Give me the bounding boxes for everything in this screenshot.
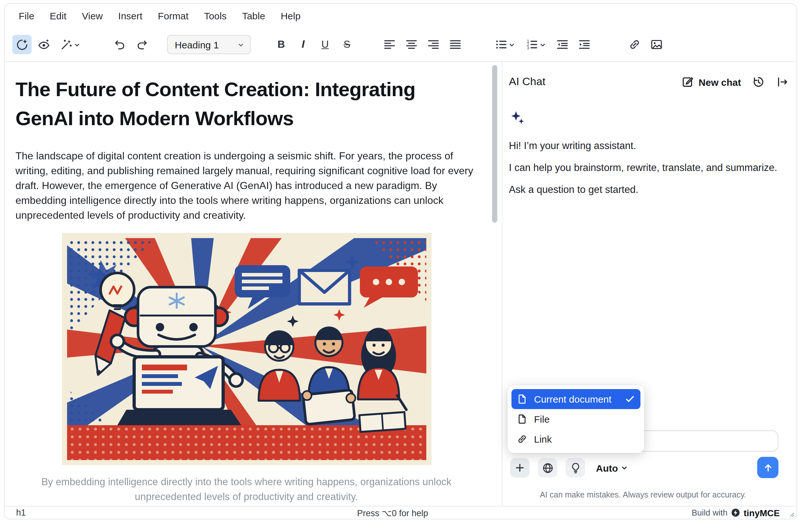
document-icon <box>517 394 527 405</box>
assistant-message: Hi! I’m your writing assistant. <box>509 139 780 152</box>
menu-item-current-document[interactable]: Current document <box>512 389 641 409</box>
tinymce-app-window: File Edit View Insert Format Tools Table… <box>4 3 797 519</box>
link-icon <box>628 38 641 51</box>
align-left-button[interactable] <box>380 35 399 54</box>
indent-button[interactable] <box>575 35 594 54</box>
new-chat-button[interactable]: New chat <box>681 76 741 88</box>
collapse-sidebar-button[interactable] <box>776 76 789 88</box>
chat-history-button[interactable] <box>752 76 765 88</box>
menu-table[interactable]: Table <box>234 8 273 24</box>
link-icon <box>517 434 527 445</box>
menu-help[interactable]: Help <box>273 8 308 24</box>
branding-prefix: Build with <box>692 508 728 518</box>
align-justify-icon <box>449 38 462 51</box>
chevron-down-icon <box>538 40 547 49</box>
editor-header: File Edit View Insert Format Tools Table… <box>4 4 796 62</box>
resize-handle-icon[interactable] <box>786 508 795 518</box>
align-center-button[interactable] <box>402 35 421 54</box>
menu-bar: File Edit View Insert Format Tools Table… <box>4 4 796 28</box>
format-select[interactable]: Heading 1 <box>167 35 251 54</box>
bullet-list-dropdown-button[interactable] <box>491 35 519 54</box>
model-selector-value: Auto <box>596 462 618 473</box>
menu-view[interactable]: View <box>74 8 111 24</box>
new-chat-icon <box>681 76 694 88</box>
menu-format[interactable]: Format <box>150 8 196 24</box>
globe-icon <box>541 462 554 474</box>
menu-item-link[interactable]: Link <box>512 429 641 449</box>
editor-canvas[interactable]: The Future of Content Creation: Integrat… <box>4 62 502 507</box>
ai-chat-panel: AI Chat New chat <box>502 62 797 507</box>
bullet-list-icon <box>494 38 507 51</box>
document-paragraph: The landscape of digital content creatio… <box>16 148 477 223</box>
undo-button[interactable] <box>110 35 130 54</box>
chevron-down-icon <box>621 464 628 472</box>
undo-icon <box>113 38 126 51</box>
align-justify-button[interactable] <box>446 35 465 54</box>
menu-item-label: Current document <box>534 394 611 405</box>
model-selector[interactable]: Auto <box>596 462 628 473</box>
collapse-right-icon <box>776 76 789 88</box>
branding-link[interactable]: Build with tinyMCE <box>692 507 780 518</box>
outdent-button[interactable] <box>553 35 572 54</box>
menu-tools[interactable]: Tools <box>196 8 234 24</box>
tinymce-logo <box>731 508 741 518</box>
numbered-list-dropdown-button[interactable]: 1 2 3 <box>522 35 550 54</box>
ai-review-button[interactable] <box>34 35 54 54</box>
suggestions-button[interactable] <box>566 458 585 478</box>
strikethrough-icon: S <box>343 39 350 50</box>
align-left-icon <box>383 38 396 51</box>
check-icon <box>624 394 635 405</box>
align-center-icon <box>405 38 418 51</box>
format-select-value: Heading 1 <box>175 39 219 50</box>
underline-button[interactable]: U <box>315 35 335 54</box>
numbered-list-icon: 1 2 3 <box>525 38 538 51</box>
menu-item-label: File <box>534 414 549 425</box>
indent-icon <box>578 38 591 51</box>
branding-name: tinyMCE <box>744 507 780 518</box>
magic-wand-icon <box>60 38 72 51</box>
menu-item-label: Link <box>534 434 552 445</box>
plus-icon <box>514 462 526 474</box>
new-chat-label: New chat <box>699 77 741 87</box>
ai-disclaimer: AI can make mistakes. Always review outp… <box>507 490 778 499</box>
ai-chat-title: AI Chat <box>509 76 545 88</box>
align-right-icon <box>427 38 440 51</box>
web-search-button[interactable] <box>538 458 557 478</box>
send-button[interactable] <box>757 457 778 478</box>
menu-file[interactable]: File <box>11 8 42 24</box>
ai-assistant-button[interactable] <box>12 35 32 54</box>
context-attach-menu: Current document File <box>507 385 644 453</box>
ai-sparkle-circle-icon <box>16 38 28 51</box>
editor-scrollbar-thumb[interactable] <box>492 65 497 223</box>
menu-insert[interactable]: Insert <box>111 8 150 24</box>
chevron-down-icon <box>72 40 81 49</box>
outdent-icon <box>556 38 569 51</box>
insert-image-button[interactable] <box>647 35 666 54</box>
eye-sparkle-icon <box>37 38 50 51</box>
document-heading: The Future of Content Creation: Integrat… <box>16 75 477 133</box>
align-right-button[interactable] <box>424 35 443 54</box>
attach-button[interactable] <box>510 458 529 478</box>
menu-item-file[interactable]: File <box>512 409 641 429</box>
image-icon <box>650 38 663 51</box>
bold-button[interactable]: B <box>272 35 291 54</box>
menu-edit[interactable]: Edit <box>42 8 74 24</box>
italic-button[interactable]: I <box>293 35 313 54</box>
assistant-message: Ask a question to get started. <box>509 183 780 196</box>
insert-link-button[interactable] <box>625 35 644 54</box>
chat-input-toolbar: Auto <box>510 458 628 478</box>
file-icon <box>517 414 527 425</box>
content-image[interactable] <box>62 233 431 465</box>
screen: File Edit View Insert Format Tools Table… <box>0 0 812 522</box>
ai-sparkles-icon <box>509 110 791 128</box>
redo-button[interactable] <box>132 35 151 54</box>
underline-icon: U <box>321 39 329 50</box>
strikethrough-button[interactable]: S <box>337 35 357 54</box>
assistant-message: I can help you brainstorm, rewrite, tran… <box>509 161 780 174</box>
ai-shortcuts-dropdown-button[interactable] <box>56 35 84 54</box>
hero-illustration <box>62 233 431 465</box>
element-path[interactable]: h1 <box>16 508 26 518</box>
image-caption: By embedding intelligence directly into … <box>21 474 472 504</box>
ai-chat-header: AI Chat New chat <box>502 62 797 102</box>
lightbulb-icon <box>569 462 581 474</box>
